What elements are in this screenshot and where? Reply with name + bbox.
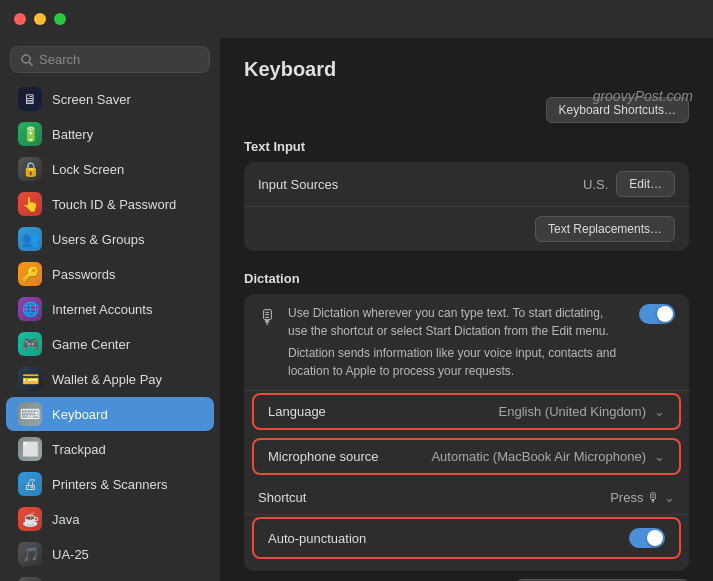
- sidebar-label-keyboard: Keyboard: [52, 407, 108, 422]
- title-bar: [0, 0, 713, 38]
- sidebar-item-passwords[interactable]: 🔑 Passwords: [6, 257, 214, 291]
- text-replacements-row: Text Replacements…: [244, 207, 689, 251]
- sidebar-item-touchid[interactable]: 👆 Touch ID & Password: [6, 187, 214, 221]
- sidebar-item-battery[interactable]: 🔋 Battery: [6, 117, 214, 151]
- sidebar-label-internet: Internet Accounts: [52, 302, 152, 317]
- autopunct-highlighted: Auto-punctuation: [252, 517, 681, 559]
- autopunct-label: Auto-punctuation: [268, 531, 366, 546]
- dictation-desc-row: 🎙 Use Dictation wherever you can type te…: [244, 294, 689, 391]
- dictation-description: Use Dictation wherever you can type text…: [288, 304, 619, 380]
- mic-source-label: Microphone source: [268, 449, 379, 464]
- sidebar-item-java[interactable]: ☕ Java: [6, 502, 214, 536]
- search-bar[interactable]: [10, 46, 210, 73]
- sidebar-item-ua25[interactable]: 🎵 UA-25: [6, 537, 214, 571]
- shortcut-label: Shortcut: [258, 490, 306, 505]
- mic-source-highlighted: Microphone source Automatic (MacBook Air…: [252, 438, 681, 475]
- sidebar-item-yamaha[interactable]: 🎹 YAMAHA USB-MIDI: [6, 572, 214, 581]
- sidebar-label-battery: Battery: [52, 127, 93, 142]
- sidebar-item-keyboard[interactable]: ⌨ Keyboard: [6, 397, 214, 431]
- printers-icon: 🖨: [18, 472, 42, 496]
- mic-source-value: Automatic (MacBook Air Microphone) ⌄: [431, 449, 665, 464]
- sidebar-label-gamecenter: Game Center: [52, 337, 130, 352]
- sidebar: 🖥 Screen Saver 🔋 Battery 🔒 Lock Screen 👆…: [0, 38, 220, 581]
- sidebar-item-lockscreen[interactable]: 🔒 Lock Screen: [6, 152, 214, 186]
- sidebar-label-users: Users & Groups: [52, 232, 144, 247]
- battery-icon: 🔋: [18, 122, 42, 146]
- keyboard-icon: ⌨: [18, 402, 42, 426]
- input-sources-label: Input Sources: [258, 177, 338, 192]
- wallet-icon: 💳: [18, 367, 42, 391]
- sidebar-label-ua25: UA-25: [52, 547, 89, 562]
- gamecenter-icon: 🎮: [18, 332, 42, 356]
- autopunct-toggle[interactable]: [629, 528, 665, 548]
- sidebar-label-java: Java: [52, 512, 79, 527]
- lockscreen-icon: 🔒: [18, 157, 42, 181]
- main-container: 🖥 Screen Saver 🔋 Battery 🔒 Lock Screen 👆…: [0, 38, 713, 581]
- sidebar-item-gamecenter[interactable]: 🎮 Game Center: [6, 327, 214, 361]
- ua25-icon: 🎵: [18, 542, 42, 566]
- text-input-title: Text Input: [244, 139, 689, 154]
- search-icon: [21, 54, 33, 66]
- sidebar-item-printers[interactable]: 🖨 Printers & Scanners: [6, 467, 214, 501]
- java-icon: ☕: [18, 507, 42, 531]
- sidebar-label-printers: Printers & Scanners: [52, 477, 168, 492]
- sidebar-label-passwords: Passwords: [52, 267, 116, 282]
- sidebar-item-users[interactable]: 👥 Users & Groups: [6, 222, 214, 256]
- sidebar-item-internet[interactable]: 🌐 Internet Accounts: [6, 292, 214, 326]
- microphone-icon: 🎙: [258, 306, 278, 329]
- dictation-toggle[interactable]: [639, 304, 675, 324]
- shortcut-row: Shortcut Press 🎙 ⌄: [244, 481, 689, 515]
- dictation-section: Dictation 🎙 Use Dictation wherever you c…: [244, 271, 689, 581]
- mic-source-row: Microphone source Automatic (MacBook Air…: [254, 440, 679, 473]
- language-value: English (United Kingdom) ⌄: [499, 404, 665, 419]
- touchid-icon: 👆: [18, 192, 42, 216]
- sidebar-label-screensaver: Screen Saver: [52, 92, 131, 107]
- users-icon: 👥: [18, 227, 42, 251]
- sidebar-label-trackpad: Trackpad: [52, 442, 106, 457]
- sidebar-item-screensaver[interactable]: 🖥 Screen Saver: [6, 82, 214, 116]
- sidebar-items-container: 🖥 Screen Saver 🔋 Battery 🔒 Lock Screen 👆…: [0, 81, 220, 581]
- text-replacements-button[interactable]: Text Replacements…: [535, 216, 675, 242]
- watermark: groovyPost.com: [593, 88, 693, 104]
- screensaver-icon: 🖥: [18, 87, 42, 111]
- text-input-box: Input Sources U.S. Edit… Text Replacemen…: [244, 162, 689, 251]
- svg-line-1: [30, 62, 33, 65]
- passwords-icon: 🔑: [18, 262, 42, 286]
- dictation-box: 🎙 Use Dictation wherever you can type te…: [244, 294, 689, 571]
- page-title: Keyboard: [244, 58, 689, 81]
- sidebar-label-lockscreen: Lock Screen: [52, 162, 124, 177]
- minimize-button[interactable]: [34, 13, 46, 25]
- close-button[interactable]: [14, 13, 26, 25]
- maximize-button[interactable]: [54, 13, 66, 25]
- sidebar-label-touchid: Touch ID & Password: [52, 197, 176, 212]
- text-input-section: Text Input Input Sources U.S. Edit… Text…: [244, 139, 689, 251]
- chevron-icon-3: ⌄: [664, 490, 675, 505]
- svg-point-0: [22, 55, 30, 63]
- internet-icon: 🌐: [18, 297, 42, 321]
- sidebar-item-trackpad[interactable]: ⬜ Trackpad: [6, 432, 214, 466]
- edit-button[interactable]: Edit…: [616, 171, 675, 197]
- sidebar-item-wallet[interactable]: 💳 Wallet & Apple Pay: [6, 362, 214, 396]
- language-label: Language: [268, 404, 326, 419]
- dictation-title: Dictation: [244, 271, 689, 286]
- chevron-icon-2: ⌄: [654, 449, 665, 464]
- input-sources-value: U.S. Edit…: [583, 171, 675, 197]
- shortcut-value: Press 🎙 ⌄: [610, 490, 675, 505]
- autopunct-row: Auto-punctuation: [254, 519, 679, 557]
- trackpad-icon: ⬜: [18, 437, 42, 461]
- language-row: Language English (United Kingdom) ⌄: [254, 395, 679, 428]
- search-input[interactable]: [39, 52, 199, 67]
- input-sources-row: Input Sources U.S. Edit…: [244, 162, 689, 207]
- yamaha-icon: 🎹: [18, 577, 42, 581]
- content-area: groovyPost.com Keyboard Keyboard Shortcu…: [220, 38, 713, 581]
- input-sources-text: U.S.: [583, 177, 608, 192]
- chevron-icon: ⌄: [654, 404, 665, 419]
- sidebar-label-wallet: Wallet & Apple Pay: [52, 372, 162, 387]
- language-highlighted: Language English (United Kingdom) ⌄: [252, 393, 681, 430]
